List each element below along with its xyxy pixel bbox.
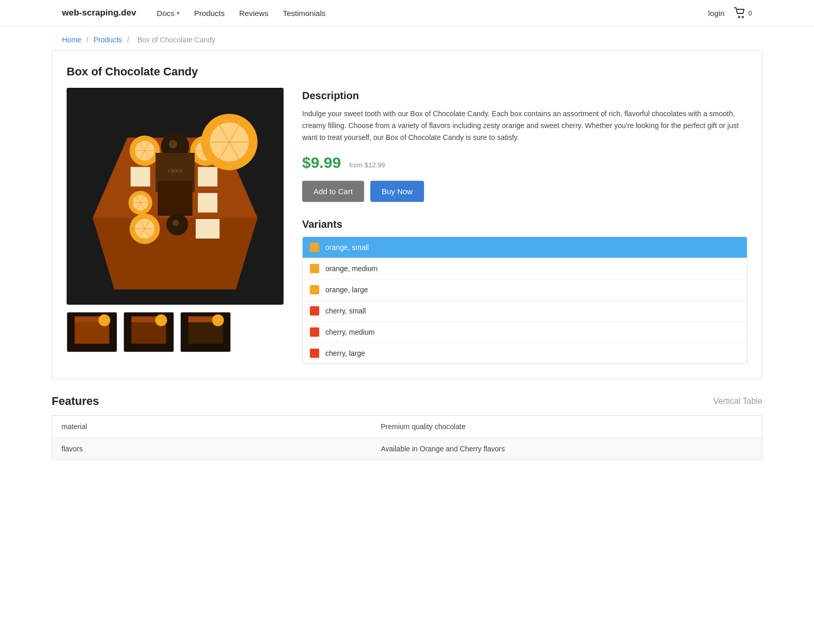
variant-swatch-2 (310, 285, 319, 294)
breadcrumb-products[interactable]: Products (93, 36, 122, 44)
variant-label-0: orange, small (325, 243, 369, 252)
variant-swatch-0 (310, 243, 319, 252)
nav-right: login 0 (708, 7, 752, 19)
features-header: Features Vertical Table (52, 395, 762, 408)
variant-label-2: orange, large (325, 286, 368, 294)
variant-item-5[interactable]: cherry, large (303, 343, 747, 364)
product-body: Description Indulge your sweet tooth wit… (67, 88, 747, 364)
feature-key-0: material (52, 416, 372, 438)
variant-item-2[interactable]: orange, large (303, 279, 747, 301)
breadcrumb-home[interactable]: Home (62, 36, 81, 44)
product-info: Description Indulge your sweet tooth wit… (302, 88, 747, 364)
breadcrumb-current: Box of Chocolate Candy (137, 36, 215, 44)
nav-reviews-link[interactable]: Reviews (239, 9, 269, 18)
variant-label-1: orange, medium (325, 264, 378, 273)
breadcrumb-sep2: / (127, 36, 129, 44)
product-title: Box of Chocolate Candy (67, 65, 747, 78)
breadcrumb-sep1: / (86, 36, 88, 44)
login-link[interactable]: login (708, 9, 725, 18)
cart-count: 0 (748, 9, 752, 17)
variant-item-1[interactable]: orange, medium (303, 258, 747, 279)
features-section: Features Vertical Table materialPremium … (52, 395, 762, 460)
price-from: from $12.99 (349, 161, 385, 169)
thumbnail-3[interactable] (180, 312, 231, 352)
price-row: $9.99 from $12.99 (302, 154, 747, 171)
variant-swatch-3 (310, 306, 319, 316)
feature-key-1: flavors (52, 438, 372, 460)
feature-value-0: Premium quality chocolate (371, 416, 762, 438)
thumb2-canvas (124, 312, 174, 352)
description-text: Indulge your sweet tooth with our Box of… (302, 108, 747, 144)
variant-item-0[interactable]: orange, small (303, 237, 747, 258)
feature-row-1: flavorsAvailable in Orange and Cherry fl… (52, 438, 762, 460)
thumbnail-row (67, 312, 284, 352)
add-to-cart-button[interactable]: Add to Cart (302, 181, 364, 202)
feature-value-1: Available in Orange and Cherry flavors (371, 438, 762, 460)
variant-label-4: cherry, medium (325, 328, 374, 336)
variant-item-4[interactable]: cherry, medium (303, 322, 747, 343)
svg-point-0 (738, 17, 740, 18)
main-image-canvas (67, 88, 284, 305)
variant-item-3[interactable]: cherry, small (303, 301, 747, 322)
navbar: web-scraping.dev Docs ▾ Products Reviews… (0, 0, 814, 26)
nav-products-link[interactable]: Products (194, 9, 225, 18)
docs-chevron-icon: ▾ (177, 10, 180, 17)
nav-docs[interactable]: Docs ▾ (157, 9, 180, 18)
nav-links: Docs ▾ Products Reviews Testimonials (157, 9, 708, 18)
features-view-toggle[interactable]: Vertical Table (713, 397, 762, 406)
variants-heading: Variants (302, 218, 747, 230)
nav-testimonials-link[interactable]: Testimonials (283, 9, 326, 18)
variant-label-3: cherry, small (325, 307, 366, 315)
variant-swatch-5 (310, 349, 319, 358)
thumb1-canvas (67, 312, 117, 352)
buy-now-button[interactable]: Buy Now (370, 181, 424, 202)
nav-docs-link[interactable]: Docs (157, 9, 175, 18)
product-card: Box of Chocolate Candy Description (52, 50, 762, 379)
thumb3-canvas (181, 312, 230, 352)
cart-icon (734, 7, 746, 19)
cart-button[interactable]: 0 (734, 7, 752, 19)
variant-label-5: cherry, large (325, 349, 365, 357)
features-table: materialPremium quality chocolateflavors… (52, 415, 762, 460)
product-images (67, 88, 284, 364)
feature-row-0: materialPremium quality chocolate (52, 416, 762, 438)
thumbnail-2[interactable] (123, 312, 174, 352)
variant-swatch-4 (310, 327, 319, 337)
action-buttons: Add to Cart Buy Now (302, 181, 747, 202)
variant-swatch-1 (310, 264, 319, 273)
description-heading: Description (302, 90, 747, 102)
site-brand: web-scraping.dev (62, 8, 136, 18)
thumbnail-1[interactable] (67, 312, 117, 352)
main-product-image (67, 88, 284, 305)
features-title: Features (52, 395, 99, 408)
variants-list: orange, smallorange, mediumorange, large… (302, 237, 747, 364)
svg-point-1 (742, 17, 743, 18)
price-current: $9.99 (302, 154, 341, 171)
breadcrumb: Home / Products / Box of Chocolate Candy (0, 26, 814, 50)
